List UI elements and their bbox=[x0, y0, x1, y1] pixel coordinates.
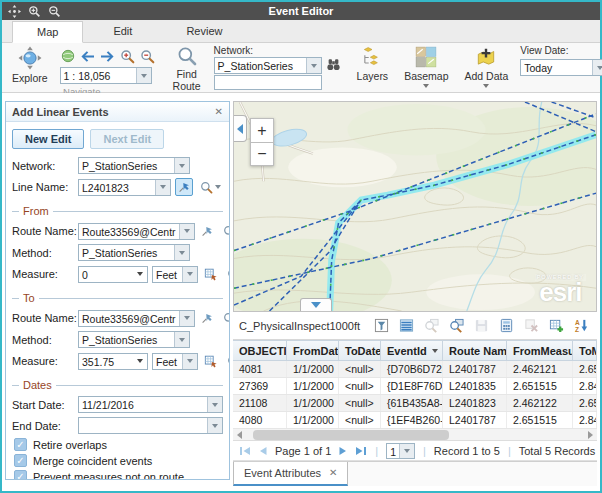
scroll-right-icon[interactable] bbox=[588, 431, 593, 439]
previous-page-icon[interactable] bbox=[257, 444, 269, 457]
zoom-to-route-icon[interactable] bbox=[221, 222, 229, 240]
collapse-table-button[interactable] bbox=[300, 298, 332, 311]
close-icon[interactable]: ✕ bbox=[215, 107, 223, 117]
zoom-out-icon[interactable] bbox=[140, 48, 156, 64]
zoom-to-selected-icon[interactable] bbox=[423, 318, 439, 334]
ribbon-network-select[interactable]: P_StationSeries bbox=[214, 57, 322, 74]
full-extent-icon[interactable] bbox=[60, 48, 76, 64]
scrollbar-thumb[interactable] bbox=[253, 430, 449, 440]
tab-edit[interactable]: Edit bbox=[89, 20, 156, 42]
map-view[interactable]: + − POWERED BY esri bbox=[233, 101, 597, 312]
chevron-down-icon[interactable] bbox=[174, 245, 189, 260]
zoom-to-line-icon[interactable] bbox=[197, 178, 223, 196]
new-edit-button[interactable]: New Edit bbox=[12, 129, 84, 149]
zoom-to-measure-icon[interactable] bbox=[224, 265, 229, 283]
table-row[interactable]: 4080 1/1/2000 <null> {1EF4B260-F0 L24017… bbox=[233, 412, 597, 429]
view-date-select[interactable]: Today bbox=[520, 59, 602, 76]
column-header-route-name[interactable]: Route Name bbox=[443, 341, 507, 360]
binoculars-icon[interactable] bbox=[326, 57, 341, 74]
find-route-button[interactable]: Find Route bbox=[168, 45, 206, 99]
next-page-icon[interactable] bbox=[337, 444, 349, 457]
zoom-out-icon[interactable] bbox=[48, 5, 61, 18]
pan-icon[interactable] bbox=[8, 5, 21, 18]
map-zoom-in-button[interactable]: + bbox=[250, 118, 274, 142]
column-header-tomeasure[interactable]: ToMea bbox=[573, 341, 597, 360]
column-header-todate[interactable]: ToDate bbox=[339, 341, 381, 360]
tab-event-attributes[interactable]: Event Attributes ✕ bbox=[233, 462, 348, 486]
layers-button[interactable]: Layers bbox=[353, 45, 393, 83]
zoom-to-route-icon[interactable] bbox=[221, 309, 229, 327]
route-search-input[interactable] bbox=[214, 75, 322, 90]
show-selected-records-icon[interactable] bbox=[398, 318, 414, 334]
select-route-on-map-icon[interactable] bbox=[199, 222, 217, 240]
chevron-down-icon[interactable] bbox=[132, 354, 147, 369]
add-data-button[interactable]: Add Data bbox=[460, 45, 512, 89]
column-header-eventid[interactable]: EventId bbox=[381, 341, 443, 360]
chevron-down-icon[interactable] bbox=[155, 180, 170, 195]
start-date-select[interactable]: 11/21/2016 bbox=[78, 396, 223, 413]
select-line-on-map-icon[interactable] bbox=[175, 178, 193, 196]
chevron-down-icon[interactable] bbox=[592, 60, 602, 75]
tab-review[interactable]: Review bbox=[162, 20, 246, 42]
chevron-down-icon[interactable] bbox=[207, 418, 222, 433]
chevron-down-icon[interactable] bbox=[207, 397, 222, 412]
to-route-name-select[interactable]: Route33569@Centr bbox=[78, 310, 195, 327]
checkbox-retire-overlaps[interactable]: ✓ Retire overlaps bbox=[12, 438, 223, 451]
checkbox-prevent-measures-not-on-route[interactable]: ✓ Prevent measures not on route bbox=[12, 470, 223, 479]
page-size-select[interactable]: 1 bbox=[386, 443, 415, 459]
line-name-select[interactable]: L2401823 bbox=[78, 179, 171, 196]
field-calculator-icon[interactable] bbox=[498, 318, 514, 334]
horizontal-scrollbar[interactable] bbox=[233, 429, 597, 441]
sort-records-icon[interactable]: AZ bbox=[573, 318, 589, 334]
network-select[interactable]: P_StationSeries bbox=[78, 157, 190, 174]
select-measure-on-map-icon[interactable] bbox=[202, 265, 220, 283]
scroll-left-icon[interactable] bbox=[237, 431, 242, 439]
to-measure-unit-select[interactable]: Feet bbox=[152, 353, 198, 370]
chevron-down-icon[interactable] bbox=[399, 444, 414, 458]
chevron-down-icon[interactable] bbox=[182, 267, 197, 282]
select-records-icon[interactable] bbox=[373, 318, 389, 334]
from-route-name-select[interactable]: Route33569@Centr bbox=[78, 223, 195, 240]
last-page-icon[interactable] bbox=[355, 444, 367, 457]
column-header-objectid[interactable]: OBJECTID bbox=[233, 341, 287, 360]
from-method-select[interactable]: P_StationSeries bbox=[78, 244, 190, 261]
chevron-down-icon[interactable] bbox=[179, 311, 194, 326]
previous-extent-icon[interactable] bbox=[80, 48, 96, 64]
delete-selected-icon[interactable] bbox=[523, 318, 539, 334]
collapse-left-panel-button[interactable] bbox=[234, 115, 247, 142]
chevron-down-icon[interactable] bbox=[136, 68, 151, 83]
next-extent-icon[interactable] bbox=[100, 48, 116, 64]
scrollbar-track[interactable] bbox=[246, 430, 584, 440]
select-measure-on-map-icon[interactable] bbox=[202, 352, 220, 370]
chevron-down-icon[interactable] bbox=[174, 158, 189, 173]
column-header-frommeasure[interactable]: FromMeasure bbox=[507, 341, 573, 360]
to-measure-input[interactable]: 351.75 bbox=[78, 353, 148, 370]
scale-select[interactable]: 1 : 18,056 bbox=[60, 67, 152, 84]
chevron-down-icon[interactable] bbox=[174, 332, 189, 347]
explore-button[interactable]: Explore bbox=[8, 45, 52, 85]
chevron-down-icon[interactable] bbox=[132, 267, 147, 282]
chevron-down-icon[interactable] bbox=[182, 354, 197, 369]
select-route-on-map-icon[interactable] bbox=[199, 309, 217, 327]
pan-to-selected-icon[interactable] bbox=[448, 318, 464, 334]
save-edits-icon[interactable] bbox=[473, 318, 489, 334]
zoom-in-icon[interactable] bbox=[28, 5, 41, 18]
close-icon[interactable]: ✕ bbox=[329, 468, 337, 478]
chevron-down-icon[interactable] bbox=[179, 224, 194, 239]
basemap-button[interactable]: Basemap bbox=[400, 45, 452, 89]
from-measure-unit-select[interactable]: Feet bbox=[152, 266, 198, 283]
table-row[interactable]: 4081 1/1/2000 <null> {D70B6D72-3 L240178… bbox=[233, 361, 597, 378]
to-method-select[interactable]: P_StationSeries bbox=[78, 331, 190, 348]
column-header-fromdate[interactable]: FromDate bbox=[287, 341, 339, 360]
tab-map[interactable]: Map bbox=[12, 21, 83, 43]
first-page-icon[interactable] bbox=[239, 444, 251, 457]
from-measure-input[interactable]: 0 bbox=[78, 266, 148, 283]
next-edit-button[interactable]: Next Edit bbox=[90, 129, 164, 149]
zoom-in-icon[interactable] bbox=[120, 48, 136, 64]
add-record-icon[interactable] bbox=[548, 318, 564, 334]
chevron-down-icon[interactable] bbox=[306, 58, 321, 73]
table-row[interactable]: 27369 1/1/2000 <null> {D1E8F76D-F L24018… bbox=[233, 378, 597, 395]
checkbox-merge-coincident-events[interactable]: ✓ Merge coincident events bbox=[12, 454, 223, 467]
table-row[interactable]: 21108 1/1/2000 <null> {61B435A8-32 L2401… bbox=[233, 395, 597, 412]
map-zoom-out-button[interactable]: − bbox=[250, 142, 274, 166]
